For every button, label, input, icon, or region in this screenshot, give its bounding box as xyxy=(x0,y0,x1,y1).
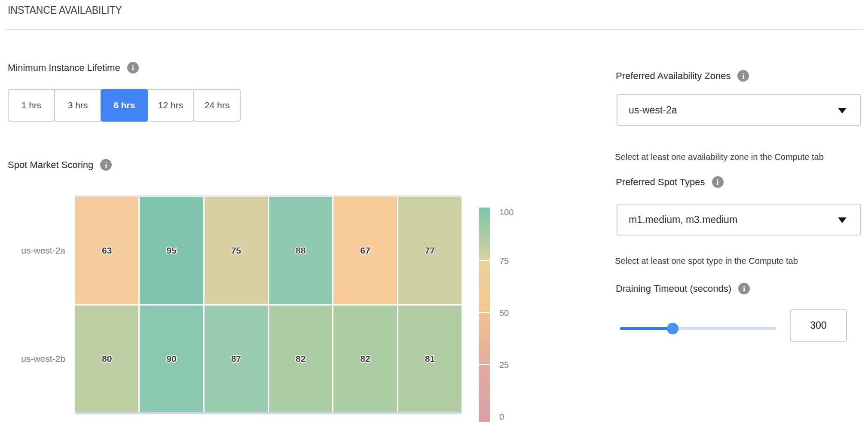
heatmap-cell: 95 xyxy=(140,197,203,304)
lifetime-option-3-hrs[interactable]: 3 hrs xyxy=(54,89,101,122)
heatmap-row-labels: us-west-2aus-west-2b xyxy=(9,197,65,412)
chevron-down-icon xyxy=(838,217,847,223)
heatmap-value: 82 xyxy=(296,354,306,364)
draining-timeout-slider[interactable] xyxy=(620,317,776,339)
spot-types-dropdown-value: m1.medium, m3.medium xyxy=(629,214,737,226)
availability-zones-dropdown-value: us-west-2a xyxy=(629,104,677,116)
heatmap-value: 88 xyxy=(296,245,306,256)
heatmap-cell: 82 xyxy=(333,306,397,412)
heatmap-grid: 639575886777809087828281 xyxy=(75,197,462,412)
header-divider xyxy=(6,29,863,30)
heatmap-cell: 77 xyxy=(398,197,462,304)
heatmap-value: 63 xyxy=(102,245,112,256)
draining-timeout-input[interactable] xyxy=(790,309,847,342)
heatmap-value: 81 xyxy=(425,354,435,364)
heatmap-cell: 90 xyxy=(140,306,203,412)
lifetime-option-12-hrs[interactable]: 12 hrs xyxy=(147,89,194,122)
instance-availability-panel: INSTANCE AVAILABILITY Minimum Instance L… xyxy=(0,0,868,422)
heatmap-value: 87 xyxy=(231,354,241,364)
colorbar-segment xyxy=(479,261,490,312)
heatmap-row-label-us-west-2b: us-west-2b xyxy=(9,354,65,364)
draining-timeout-label: Draining Timeout (seconds) i xyxy=(616,283,750,294)
heatmap-cell: 82 xyxy=(269,306,332,412)
preferred-spot-types-label: Preferred Spot Types i xyxy=(616,176,724,188)
info-icon[interactable]: i xyxy=(737,70,749,82)
heatmap-cell: 81 xyxy=(398,306,462,412)
heatmap-value: 95 xyxy=(166,245,176,256)
availability-zones-dropdown[interactable]: us-west-2a xyxy=(617,94,861,126)
heatmap-cell: 63 xyxy=(75,197,138,304)
heatmap-value: 67 xyxy=(360,245,370,256)
chevron-down-icon xyxy=(838,108,847,113)
heatmap-value: 75 xyxy=(231,245,241,256)
colorbar-segment xyxy=(479,313,490,364)
heatmap-value: 90 xyxy=(166,354,176,364)
info-icon[interactable]: i xyxy=(712,176,724,188)
colorbar-tick-labels: 1007550250 xyxy=(499,208,525,422)
info-icon[interactable]: i xyxy=(127,62,139,73)
colorbar-tick-label: 0 xyxy=(499,412,504,422)
minimum-instance-lifetime-label: Minimum Instance Lifetime i xyxy=(8,62,139,73)
info-icon[interactable]: i xyxy=(100,159,112,171)
spot-market-scoring-label: Spot Market Scoring i xyxy=(8,159,112,171)
heatmap-cell: 67 xyxy=(333,197,397,304)
slider-thumb[interactable] xyxy=(667,323,679,334)
heatmap-cell: 80 xyxy=(75,306,138,412)
preferred-availability-zones-label: Preferred Availability Zones i xyxy=(616,70,749,82)
availability-zones-helper-text: Select at least one availability zone in… xyxy=(615,152,824,162)
heatmap-bottom-strip xyxy=(75,412,462,414)
heatmap-cell: 75 xyxy=(205,197,268,304)
heatmap-value: 80 xyxy=(102,354,112,364)
colorbar-tick-label: 25 xyxy=(499,360,509,370)
heatmap-value: 82 xyxy=(360,354,370,364)
colorbar-segment xyxy=(479,208,490,260)
colorbar-tick-label: 75 xyxy=(499,256,509,266)
heatmap-cell: 88 xyxy=(269,197,332,304)
lifetime-option-6-hrs[interactable]: 6 hrs xyxy=(101,89,148,122)
lifetime-option-1-hrs[interactable]: 1 hrs xyxy=(8,89,55,122)
lifetime-button-group: 1 hrs3 hrs6 hrs12 hrs24 hrs xyxy=(8,89,241,122)
info-icon[interactable]: i xyxy=(738,283,750,294)
spot-types-dropdown[interactable]: m1.medium, m3.medium xyxy=(617,204,861,235)
lifetime-option-24-hrs[interactable]: 24 hrs xyxy=(193,89,241,122)
spot-types-helper-text: Select at least one spot type in the Com… xyxy=(615,256,798,266)
colorbar-segment xyxy=(479,365,490,422)
colorbar-tick-label: 50 xyxy=(499,308,509,318)
heatmap-row-label-us-west-2a: us-west-2a xyxy=(9,245,65,256)
heatmap-cell: 87 xyxy=(205,306,268,412)
colorbar-tick-label: 100 xyxy=(499,208,513,217)
page-title: INSTANCE AVAILABILITY xyxy=(8,3,122,17)
heatmap-value: 77 xyxy=(425,245,435,256)
colorbar xyxy=(479,208,490,422)
slider-fill xyxy=(620,327,672,330)
